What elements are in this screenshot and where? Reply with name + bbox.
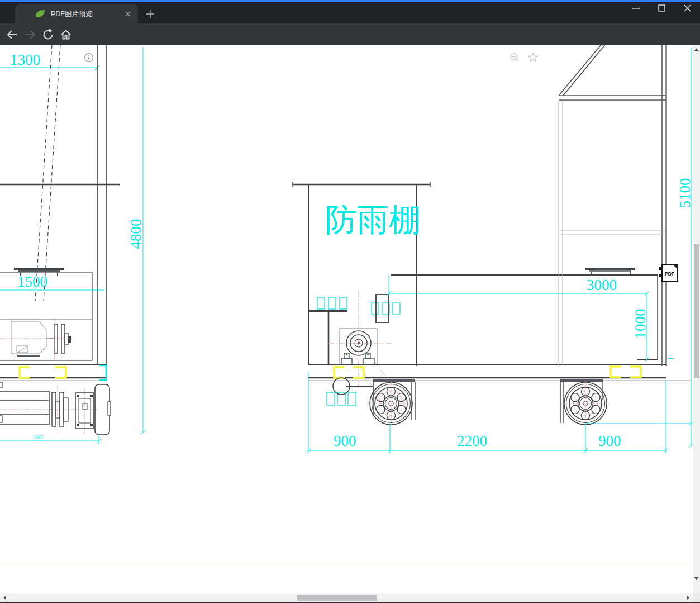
pdf-badge-label: PDF [663,271,677,277]
zoom-out-icon[interactable] [509,53,520,63]
pdf-fold-corner [673,264,677,269]
dim-rear-span: 900 [598,434,621,449]
window-close-button[interactable] [678,0,697,17]
horizontal-scrollbar[interactable] [0,593,693,602]
scroll-right-icon[interactable] [684,593,692,602]
horizontal-scrollbar-thumb[interactable] [297,595,377,601]
page-bottom-edge [0,566,693,566]
page-content: 1300 4800 1500 1385 防雨棚 3000 1000 5100 9… [0,45,700,602]
scroll-left-icon[interactable] [1,593,8,602]
dim-panel-height: 1000 [633,291,648,358]
forward-icon[interactable] [23,28,37,41]
right-view [387,45,693,448]
dim-top-width: 1300 [10,53,40,68]
window-accent-strip [0,0,700,2]
tab-pdf-preview[interactable]: PDF图片预览 [15,4,138,23]
browser-titlebar: PDF图片预览 [0,0,700,23]
left-view [0,45,146,445]
new-tab-button[interactable] [146,10,155,18]
bookmark-star-icon[interactable] [527,52,539,63]
browser-toolbar: localhost:8012/onlinePreview?url=http%3A… [0,23,700,45]
reload-icon[interactable] [41,28,55,41]
window-maximize-button[interactable] [652,0,671,17]
dim-panel-width: 3000 [587,278,617,293]
vertical-scrollbar[interactable] [693,45,700,593]
vertical-scrollbar-thumb[interactable] [694,244,699,378]
dim-right-height: 5100 [678,160,693,227]
cad-drawing [0,45,693,566]
scroll-down-icon[interactable] [693,574,700,582]
dim-track-gauge: 1385 [32,435,43,441]
scroll-up-icon[interactable] [693,46,700,54]
shelter-label: 防雨棚 [325,202,421,239]
home-icon[interactable] [59,28,73,41]
back-icon[interactable] [6,28,19,41]
tab-close-icon[interactable] [125,11,131,17]
scrollbar-corner [693,593,700,602]
dim-platform-width: 1500 [17,274,47,289]
pdf-file-badge[interactable]: PDF [661,264,678,282]
window-minimize-button[interactable] [626,0,645,17]
dim-left-height: 4800 [128,201,144,268]
page-info-icon[interactable] [84,53,94,63]
dim-front-span: 900 [334,434,356,449]
tab-title: PDF图片预览 [51,4,93,23]
spring-leaf-favicon [34,8,46,20]
dim-wheelbase: 2200 [457,434,487,449]
